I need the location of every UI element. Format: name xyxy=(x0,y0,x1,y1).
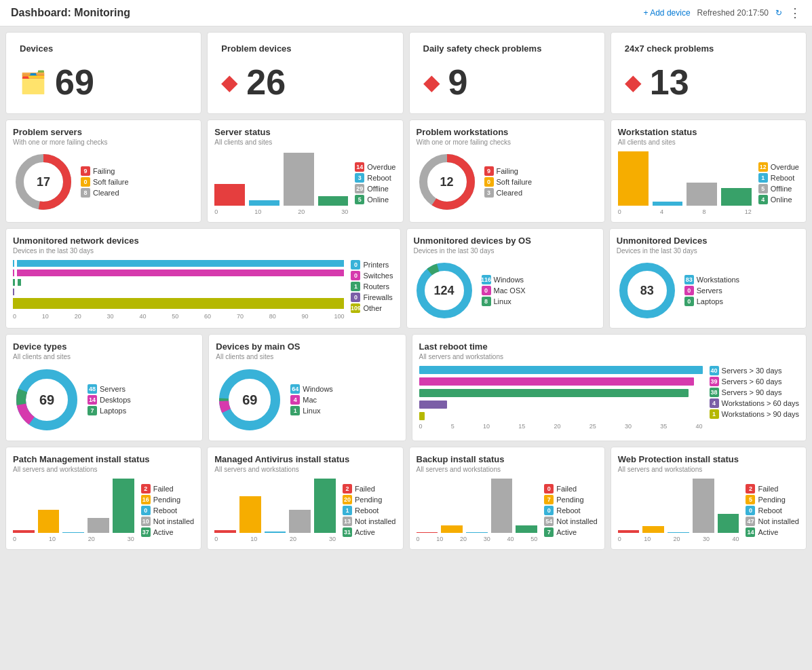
legend-label: Cleared xyxy=(93,189,119,197)
device-types-legend: 48 Servers 14 Desktops 7 Laptops xyxy=(88,384,131,415)
last-reboot-card: Last reboot time All servers and worksta… xyxy=(412,334,807,441)
devices-by-os-content: 69 64 Windows 4 Mac 1 Linux xyxy=(216,366,398,434)
daily-safety-icon: ◆ xyxy=(423,69,440,95)
unmonitored-devices-center: 83 xyxy=(640,284,654,298)
legend-label: Active xyxy=(758,528,778,536)
problem-servers-legend: 9 Failing 0 Soft failure 8 Cleared xyxy=(81,166,129,198)
legend-label: Reboot xyxy=(355,506,379,515)
vbar xyxy=(38,510,60,533)
legend-item: 7 Active xyxy=(544,527,598,537)
vbar xyxy=(13,530,35,533)
managed-av-subtitle: All servers and workstations xyxy=(214,466,395,473)
unmonitored-devices-content: 83 83 Workstations 0 Servers 0 Laptops xyxy=(617,260,799,321)
legend-label: Reboot xyxy=(153,506,177,515)
problem-devices-value: 26 xyxy=(246,62,286,103)
legend-item: 0 Soft failure xyxy=(484,177,533,187)
vbar xyxy=(668,532,689,533)
legend-label: Routers xyxy=(363,282,389,291)
vbar xyxy=(113,479,134,533)
legend-item: 4 Workstations > 60 days xyxy=(710,398,799,408)
problem-workstations-legend: 9 Failing 0 Soft failure 3 Cleared xyxy=(484,166,533,198)
device-types-title: Device types xyxy=(13,341,195,352)
workstation-status-chart: 04812 12 Overdue 1 Reboot 5 Offline xyxy=(618,151,799,215)
more-options-icon[interactable]: ⋮ xyxy=(789,5,801,20)
web-protection-subtitle: All servers and workstations xyxy=(618,466,799,473)
workstation-status-subtitle: All clients and sites xyxy=(618,138,799,146)
vbar xyxy=(214,530,236,533)
legend-item: 9 Failing xyxy=(484,166,533,176)
legend-label: Reboot xyxy=(758,506,781,515)
server-status-title: Server status xyxy=(214,127,395,137)
legend-item: 48 Servers xyxy=(88,384,131,394)
legend-label: Active xyxy=(153,528,174,536)
legend-item: 20 Pending xyxy=(343,495,396,504)
legend-label: Servers xyxy=(100,385,125,393)
web-protection-bars: 010203040 xyxy=(618,479,739,542)
last-reboot-subtitle: All servers and workstations xyxy=(419,353,800,360)
refresh-icon[interactable]: ↻ xyxy=(775,8,782,18)
workstation-status-bars: 04812 xyxy=(618,151,752,215)
legend-label: Pending xyxy=(758,496,785,504)
legend-item: 0 Reboot xyxy=(746,506,799,515)
legend-label: Failing xyxy=(497,167,518,175)
backup-legend: 0 Failed 7 Pending 0 Reboot 54 Not insta… xyxy=(544,484,598,537)
legend-item: 2 Failed xyxy=(746,484,799,494)
vbar xyxy=(642,526,664,533)
patch-mgmt-subtitle: All servers and workstations xyxy=(13,466,194,473)
legend-label: Workstations > 60 days xyxy=(722,399,799,407)
legend-label: Overdue xyxy=(771,163,799,171)
legend-label: Not installed xyxy=(758,517,799,525)
legend-label: Not installed xyxy=(355,517,396,525)
unmonitored-devices-donut: 83 xyxy=(617,260,678,321)
devices-icon: 🗂️ xyxy=(20,69,47,95)
legend-item: 54 Not installed xyxy=(544,517,598,526)
vbar xyxy=(265,532,286,533)
daily-safety-card: Daily safety check problems ◆ 9 xyxy=(409,32,605,114)
last-reboot-bars: 0510152025303540 xyxy=(419,366,703,430)
legend-label: Failed xyxy=(153,485,174,493)
legend-item: 83 Workstations xyxy=(684,275,739,284)
check24x7-icon: ◆ xyxy=(625,69,642,95)
legend-item: 37 Active xyxy=(141,527,195,537)
unmonitored-devices-card: Unmonitored Devices Devices in the last … xyxy=(609,228,807,329)
legend-label: Online xyxy=(367,196,389,204)
legend-label: Failing xyxy=(93,167,115,175)
unmonitored-by-os-content: 124 116 Windows 0 Mac OSX 8 Linux xyxy=(414,260,596,321)
legend-item: 14 Desktops xyxy=(88,395,131,405)
legend-item: 38 Servers > 90 days xyxy=(710,388,799,397)
problem-workstations-donut: 12 xyxy=(417,151,478,212)
managed-av-card: Managed Antivirus install status All ser… xyxy=(207,447,403,550)
legend-item: 10 Not installed xyxy=(141,517,195,526)
legend-label: Failed xyxy=(355,485,375,493)
vbar xyxy=(466,532,488,533)
daily-safety-label: Daily safety check problems xyxy=(423,43,591,54)
legend-label: Servers > 30 days xyxy=(722,367,782,375)
devices-by-os-subtitle: All clients and sites xyxy=(216,353,398,360)
legend-label: Reboot xyxy=(771,174,794,182)
legend-label: Soft failure xyxy=(93,178,129,186)
problem-devices-icon: ◆ xyxy=(221,69,238,95)
unmonitored-by-os-donut: 124 xyxy=(414,260,475,321)
managed-av-legend: 2 Failed 20 Pending 1 Reboot 13 Not inst… xyxy=(343,484,396,537)
devices-by-os-donut: 69 xyxy=(216,366,284,434)
server-status-card: Server status All clients and sites 0102… xyxy=(207,119,403,223)
legend-label: Pending xyxy=(556,496,583,504)
problem-devices-label: Problem devices xyxy=(221,43,389,54)
unmonitored-by-os-subtitle: Devices in the last 30 days xyxy=(414,247,596,255)
legend-label: Not installed xyxy=(556,517,598,525)
legend-label: Desktops xyxy=(100,396,131,404)
unmonitored-network-subtitle: Devices in the last 30 days xyxy=(13,247,393,255)
header-actions: + Add device Refreshed 20:17:50 ↻ ⋮ xyxy=(644,5,801,20)
patch-mgmt-bars: 0102030 xyxy=(13,479,134,542)
web-protection-legend: 2 Failed 5 Pending 0 Reboot 47 Not insta… xyxy=(746,484,799,537)
legend-label: Linux xyxy=(494,297,511,305)
unmonitored-by-os-card: Unmonitored devices by OS Devices in the… xyxy=(406,228,604,329)
legend-item: 9 Failing xyxy=(81,166,129,176)
vbar xyxy=(693,479,714,533)
add-device-button[interactable]: + Add device xyxy=(644,8,691,18)
status-row: Problem servers With one or more failing… xyxy=(5,119,807,223)
legend-item: 29 Offline xyxy=(355,184,395,193)
unmonitored-network-content: 0102030405060708090100 0 Printers 0 Swit… xyxy=(13,260,393,320)
check24x7-value: 13 xyxy=(650,62,689,103)
axis: 04812 xyxy=(618,208,752,215)
